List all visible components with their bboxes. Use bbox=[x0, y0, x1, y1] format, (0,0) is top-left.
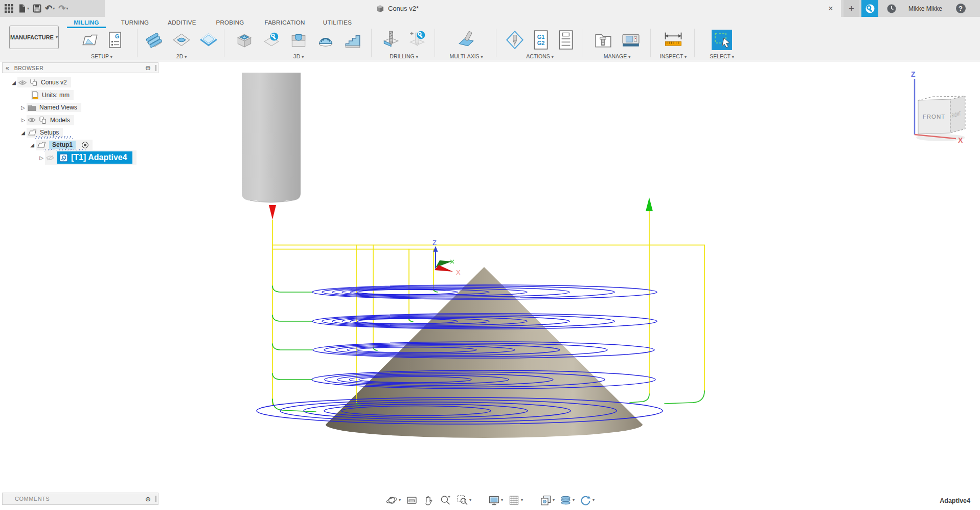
save-button[interactable] bbox=[33, 4, 41, 13]
document-tab[interactable] bbox=[105, 0, 841, 17]
zoom-window-button[interactable]: ▾ bbox=[456, 494, 471, 506]
save-icon bbox=[33, 4, 41, 13]
steep-shallow-button[interactable] bbox=[261, 30, 282, 50]
machine-library-button[interactable] bbox=[620, 30, 642, 50]
expand-arrow-icon[interactable]: ◢ bbox=[19, 130, 27, 136]
minimize-panel-icon[interactable]: ⊖ bbox=[145, 64, 151, 71]
tree-item-adaptive4[interactable]: ▷ [T1] Adaptive4 bbox=[2, 151, 158, 164]
tab-milling[interactable]: MILLING bbox=[65, 17, 108, 28]
tree-item-root-component[interactable]: ◢ Conus v2 bbox=[2, 76, 158, 89]
collapse-arrow-icon[interactable]: ▷ bbox=[38, 155, 45, 161]
group-label-2d[interactable]: 2D ▾ bbox=[141, 53, 222, 59]
retract-arrow-icon bbox=[646, 197, 653, 211]
zoom-icon bbox=[439, 494, 451, 506]
user-account-button[interactable]: Mikke Mikke bbox=[903, 0, 948, 17]
new-tab-button[interactable]: + bbox=[844, 0, 859, 17]
collapse-browser-icon[interactable]: « bbox=[6, 65, 9, 71]
tree-item-named-views[interactable]: ▷ Named Views bbox=[2, 101, 158, 114]
drill-create-button[interactable] bbox=[407, 30, 427, 50]
plunge-arrow-icon bbox=[269, 205, 276, 219]
group-label-actions[interactable]: ACTIONS ▾ bbox=[500, 53, 580, 59]
measure-button[interactable] bbox=[663, 30, 684, 50]
display-settings-button[interactable]: ▾ bbox=[488, 494, 503, 506]
selected-operation[interactable]: [T1] Adaptive4 bbox=[57, 151, 132, 164]
visibility-eye-icon[interactable] bbox=[18, 80, 27, 85]
2d-pocket-button[interactable] bbox=[171, 30, 192, 50]
tool-library-button[interactable] bbox=[593, 30, 613, 50]
app-launcher-icon[interactable] bbox=[4, 4, 14, 13]
expand-arrow-icon[interactable]: ◢ bbox=[10, 80, 17, 85]
workspace-caret-icon: ▾ bbox=[56, 35, 58, 39]
group-actions: G1G2 ACTIONS ▾ bbox=[500, 29, 580, 60]
tree-item-models[interactable]: ▷ Models bbox=[2, 114, 158, 127]
post-process-button[interactable]: G1G2 bbox=[532, 29, 550, 51]
panel-resize-handle[interactable] bbox=[155, 65, 156, 71]
group-label-drilling[interactable]: DRILLING ▾ bbox=[375, 53, 432, 59]
tab-turning[interactable]: TURNING bbox=[116, 17, 154, 28]
help-button[interactable]: ? bbox=[952, 0, 969, 17]
adaptive-clearing-button[interactable] bbox=[234, 30, 255, 50]
tab-fabrication[interactable]: FABRICATION bbox=[261, 17, 308, 28]
group-label-inspect[interactable]: INSPECT ▾ bbox=[654, 53, 692, 59]
section-layers-button[interactable]: ▾ bbox=[559, 494, 575, 506]
orbit-button[interactable]: ▾ bbox=[385, 494, 401, 506]
tree-item-units[interactable]: Units: mm bbox=[2, 89, 158, 102]
look-at-button[interactable] bbox=[405, 494, 418, 506]
clock-icon bbox=[886, 4, 897, 14]
group-label-select[interactable]: SELECT ▾ bbox=[698, 53, 745, 59]
tree-item-setup1[interactable]: ◢ Setup1 bbox=[2, 139, 158, 152]
comments-panel[interactable]: COMMENTS ⊕ bbox=[2, 493, 158, 505]
add-comment-icon[interactable]: ⊕ bbox=[145, 496, 151, 502]
tab-probing[interactable]: PROBING bbox=[212, 17, 248, 28]
file-menu-button[interactable]: ▾ bbox=[17, 4, 29, 13]
visibility-eye-icon[interactable] bbox=[28, 117, 36, 123]
refresh-button[interactable]: ▾ bbox=[579, 494, 595, 506]
viewports-button[interactable]: ▾ bbox=[539, 494, 555, 506]
new-setup-button[interactable] bbox=[80, 30, 100, 50]
simulate-button[interactable] bbox=[505, 29, 525, 51]
group-label-manage[interactable]: MANAGE ▾ bbox=[586, 53, 648, 59]
browser-header[interactable]: « BROWSER ⊖ bbox=[2, 62, 158, 73]
drill-button[interactable] bbox=[381, 30, 401, 50]
group-label-multi-axis[interactable]: MULTI-AXIS ▾ bbox=[439, 53, 494, 59]
document-cube-icon bbox=[376, 5, 384, 13]
morphed-spiral-button[interactable] bbox=[315, 30, 336, 50]
pan-hand-icon bbox=[422, 494, 435, 506]
recent-activity-button[interactable] bbox=[883, 0, 900, 17]
view-cube[interactable]: Z X FRONT RIGHT bbox=[904, 71, 980, 144]
close-tab-button[interactable]: × bbox=[824, 0, 837, 17]
panel-resize-handle[interactable] bbox=[155, 496, 156, 502]
group-label-setup[interactable]: SETUP ▾ bbox=[67, 53, 136, 59]
visibility-hidden-eye-icon[interactable] bbox=[46, 155, 54, 161]
select-button[interactable] bbox=[711, 29, 733, 51]
3d-pocket-button[interactable] bbox=[288, 30, 309, 50]
tree-item-label: Named Views bbox=[39, 104, 77, 111]
swarf-button[interactable] bbox=[456, 30, 476, 50]
viewcube-front-label: FRONT bbox=[923, 114, 946, 120]
2d-contour-button[interactable] bbox=[198, 30, 219, 50]
redo-button[interactable]: ↷ ▾ bbox=[58, 4, 68, 13]
grid-layout-button[interactable]: ▾ bbox=[508, 494, 523, 506]
create-nc-program-button[interactable]: G bbox=[106, 30, 124, 50]
face-milling-button[interactable] bbox=[144, 30, 165, 50]
tab-utilities[interactable]: UTILITIES bbox=[318, 17, 357, 28]
expand-arrow-icon[interactable]: ◢ bbox=[29, 142, 36, 148]
viewcube-z-label: Z bbox=[911, 71, 916, 78]
folder-icon bbox=[28, 104, 36, 111]
workspace-selector[interactable]: MANUFACTURE ▾ bbox=[9, 26, 59, 49]
group-label-3d[interactable]: 3D ▾ bbox=[228, 53, 369, 59]
group-drilling: DRILLING ▾ bbox=[375, 29, 432, 60]
ramp-button[interactable] bbox=[343, 30, 363, 50]
tree-item-setups[interactable]: ◢ Setups bbox=[2, 126, 158, 139]
group-manage: MANAGE ▾ bbox=[586, 29, 648, 60]
collapse-arrow-icon[interactable]: ▷ bbox=[19, 105, 27, 110]
job-status-button[interactable] bbox=[861, 0, 878, 17]
zoom-button[interactable] bbox=[439, 494, 451, 506]
quick-access-toolbar: ▾ ↶ ▾ ↷ ▾ bbox=[0, 0, 105, 17]
collapse-arrow-icon[interactable]: ▷ bbox=[19, 117, 27, 123]
setup-sheet-button[interactable] bbox=[557, 29, 575, 51]
undo-button[interactable]: ↶ ▾ bbox=[45, 4, 55, 13]
tab-additive[interactable]: ADDITIVE bbox=[163, 17, 201, 28]
pan-button[interactable] bbox=[422, 494, 435, 506]
active-setup-indicator[interactable] bbox=[82, 142, 88, 148]
